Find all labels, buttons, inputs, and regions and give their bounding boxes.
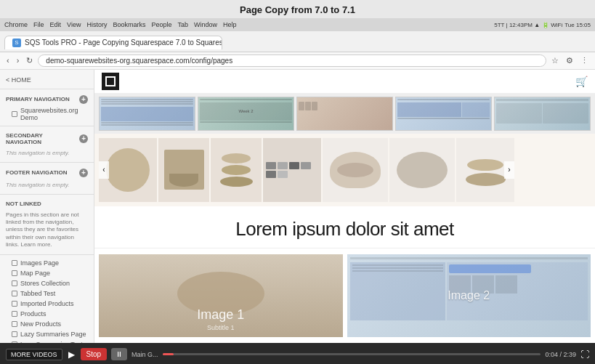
- fullscreen-icon[interactable]: ⛶: [580, 349, 589, 360]
- screenshot-thumb-5: [494, 97, 591, 131]
- tab-title: SQS Tools PRO - Page Copying Squarespace…: [25, 39, 222, 46]
- secondary-nav-empty: This navigation is empty.: [0, 147, 94, 159]
- reload-button[interactable]: ↻: [24, 55, 35, 66]
- gallery-item-7: ›: [456, 138, 514, 202]
- cart-icon[interactable]: 🛒: [575, 76, 588, 87]
- page-icon: [12, 291, 17, 296]
- stop-button[interactable]: Stop: [81, 348, 108, 360]
- heading-section: Lorem ipsum dolor sit amet: [94, 206, 595, 248]
- forward-button[interactable]: ›: [15, 55, 22, 65]
- page-icon: [12, 111, 17, 117]
- pause-button[interactable]: ⏸: [111, 348, 127, 360]
- sidebar-item-new-products[interactable]: New Products: [0, 319, 94, 329]
- video-progress-fill: [163, 353, 174, 355]
- page-icon: [12, 260, 17, 266]
- more-videos-button[interactable]: MORE VIDEOS: [6, 349, 62, 360]
- sidebar-item-products[interactable]: Products: [0, 309, 94, 319]
- browser-tab[interactable]: S SQS Tools PRO - Page Copying Squarespa…: [4, 36, 222, 49]
- page-icon: [12, 341, 17, 342]
- time-display: 0:04 / 2:39: [545, 351, 576, 358]
- not-linked-header: NOT LINKED: [0, 198, 94, 209]
- screenshots-strip: Week 2: [94, 94, 595, 134]
- title-bar: Page Copy from 7.0 to 7.1: [0, 0, 595, 18]
- video-controls-bar: MORE VIDEOS ▶ Stop ⏸ Main G... 0:04 / 2:…: [0, 343, 595, 365]
- main-content: < HOME PRIMARY NAVIGATION + Squarewebsit…: [0, 70, 595, 343]
- page-icon: [12, 311, 17, 317]
- screenshot-thumb-2: Week 2: [198, 97, 294, 131]
- gallery-item-4: [263, 138, 321, 202]
- squarespace-logo: [102, 73, 119, 90]
- not-linked-note: Pages in this section are not linked fro…: [0, 209, 94, 252]
- content-toolbar: 🛒: [94, 70, 595, 94]
- gallery-strip: ‹: [94, 134, 595, 206]
- screenshot-thumb-4: [395, 97, 492, 131]
- page-icon: [12, 270, 17, 276]
- gallery-prev-button[interactable]: ‹: [99, 161, 109, 179]
- play-button[interactable]: ▶: [67, 348, 76, 361]
- logo-icon: [105, 76, 116, 86]
- add-primary-nav-button[interactable]: +: [79, 95, 88, 104]
- sidebar-nav-item-demo[interactable]: Squarewebsites.org Demo: [0, 105, 94, 123]
- page-icon: [12, 301, 17, 307]
- back-button[interactable]: ‹: [4, 55, 12, 65]
- sidebar-item-stores[interactable]: Stores Collection: [0, 278, 94, 288]
- footer-nav-header: FOOTER NAVIGATION +: [0, 166, 94, 179]
- image2-label: Image 2: [448, 289, 490, 302]
- gallery-item-3: [211, 138, 262, 202]
- bookmark-button[interactable]: ☆: [549, 55, 561, 66]
- secondary-nav-header: SECONDARY NAVIGATION +: [0, 129, 94, 147]
- video-progress-bar[interactable]: [163, 353, 541, 355]
- add-footer-nav-button[interactable]: +: [79, 169, 88, 177]
- page-title: Page Copy from 7.0 to 7.1: [240, 4, 355, 15]
- image1-subtitle: Subtitle 1: [207, 324, 235, 331]
- footer-nav-empty: This navigation is empty.: [0, 179, 94, 191]
- extension-button[interactable]: ⚙: [564, 55, 575, 66]
- sidebar-item-map-page[interactable]: Map Page: [0, 268, 94, 278]
- page-icon: [12, 331, 17, 337]
- os-status-bar: 5TT | 12:43PM ▲ 🔋 WiFi Tue 15:05: [494, 22, 591, 28]
- sidebar-item-tabbed[interactable]: Tabbed Test: [0, 288, 94, 299]
- gallery-item-6: [389, 138, 455, 202]
- address-bar-row: ‹ › ↻ demo-squarewebsites-org.squarespac…: [0, 52, 595, 70]
- channel-label: Main G...: [131, 351, 158, 358]
- browser-tab-bar: S SQS Tools PRO - Page Copying Squarespa…: [0, 31, 595, 52]
- image-col-2: Image 2: [347, 254, 591, 337]
- gallery-item-2: [158, 138, 209, 202]
- image-col-1: Image 1 Subtitle 1: [99, 254, 343, 337]
- gallery-next-button[interactable]: ›: [504, 161, 514, 179]
- os-chrome-bar: Chrome File Edit View History Bookmarks …: [0, 18, 595, 31]
- sidebar: < HOME PRIMARY NAVIGATION + Squarewebsit…: [0, 70, 94, 343]
- sidebar-item-imported[interactable]: Imported Products: [0, 299, 94, 309]
- favicon-icon: S: [12, 39, 21, 47]
- sidebar-item-lazy-page[interactable]: Lazy Summaries Page: [0, 329, 94, 339]
- gallery-item-1: ‹: [99, 138, 157, 202]
- address-bar[interactable]: demo-squarewebsites-org.squarespace.com/…: [38, 54, 546, 67]
- sidebar-item-lazy-test[interactable]: Lazy Summaries Test: [0, 339, 94, 342]
- sidebar-item-images-page[interactable]: Images Page: [0, 258, 94, 268]
- url-text: demo-squarewebsites-org.squarespace.com/…: [46, 57, 232, 65]
- content-pane: 🛒 Week 2: [94, 70, 595, 343]
- page-icon: [12, 321, 17, 327]
- primary-nav-header: PRIMARY NAVIGATION +: [0, 92, 94, 105]
- image1-label: Image 1: [197, 307, 244, 323]
- menu-button[interactable]: ⋮: [578, 55, 591, 66]
- main-heading: Lorem ipsum dolor sit amet: [102, 218, 588, 240]
- add-secondary-nav-button[interactable]: +: [79, 134, 88, 143]
- screenshot-thumb-3: [296, 97, 393, 131]
- page-icon: [12, 280, 17, 286]
- gallery-item-5: [323, 138, 388, 202]
- screenshot-thumb-1: [99, 97, 195, 131]
- two-col-section: Image 1 Subtitle 1: [94, 248, 595, 343]
- sidebar-home-link[interactable]: < HOME: [0, 74, 94, 86]
